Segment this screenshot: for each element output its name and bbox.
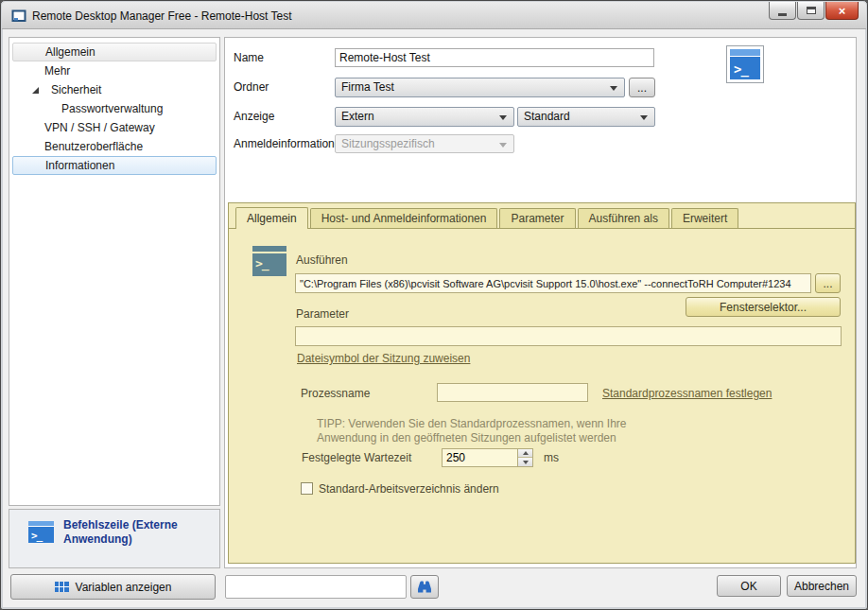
parameter-label: Parameter [296,307,349,321]
terminal-icon: >_ [252,246,286,276]
sidebar-item-vpn-ssh-gateway[interactable]: VPN / SSH / Gateway [12,118,217,137]
dateisymbol-link[interactable]: Dateisymbol der Sitzung zuweisen [297,352,470,365]
session-console-icon: >_ [726,45,764,83]
anmeldeinformationen-label: Anmeldeinformationen [234,137,347,150]
sidebar-item-allgemein[interactable]: Allgemein [12,43,217,61]
spinner-up-button[interactable] [518,449,532,458]
name-input[interactable] [335,48,654,67]
ordner-combobox[interactable]: Firma Test [335,78,625,97]
search-input[interactable] [225,575,407,599]
wartezeit-unit-label: ms [544,451,559,464]
ausfuehren-label: Ausführen [296,253,348,267]
anzeige-label: Anzeige [234,110,274,123]
app-window-icon [11,9,26,26]
tabstrip: Allgemein Host- und Anmeldeinformationen… [229,203,855,229]
wartezeit-label: Festgelegte Wartezeit [302,451,411,464]
ausfuehren-browse-button[interactable]: ... [815,273,841,293]
wartezeit-input[interactable] [443,449,516,466]
close-button[interactable]: × [825,2,859,20]
tab-parameter[interactable]: Parameter [499,208,575,228]
standard-arbeitsverzeichnis-checkbox[interactable] [301,482,313,495]
close-icon: × [839,4,846,18]
tab-host-und-anmeldeinformationen[interactable]: Host- und Anmeldeinformationen [310,208,498,228]
tree-expanded-icon[interactable] [32,87,39,94]
wartezeit-spinner[interactable] [442,448,533,467]
standardprozessnamen-link[interactable]: Standardprozessnamen festlegen [602,387,772,400]
ok-button[interactable]: OK [717,575,781,597]
console-icon: >_ [28,521,54,543]
maximize-button[interactable] [797,2,825,20]
chevron-up-icon [523,448,529,455]
minimize-icon [778,13,787,16]
chevron-down-icon [499,143,507,151]
tab-ausfuehren-als[interactable]: Ausführen als [578,208,669,228]
ausfuehren-input[interactable] [295,273,811,293]
anzeige-combobox[interactable]: Extern [335,107,514,127]
tab-allgemein[interactable]: Allgemein [235,207,308,229]
abbrechen-button[interactable]: Abbrechen [787,575,857,597]
chevron-down-icon [499,115,507,124]
sidebar-item-sicherheit[interactable]: Sicherheit [12,80,217,99]
tab-erweitert[interactable]: Erweitert [671,208,738,228]
session-settings-panel: Allgemein Host- und Anmeldeinformationen… [228,202,856,564]
variablen-anzeigen-button[interactable]: Variablen anzeigen [10,574,216,600]
sidebar-item-informationen[interactable]: Informationen [12,156,217,175]
tipp-text-line2: Anwendung in den geöffneten Sitzungen au… [317,431,616,444]
maximize-icon [807,7,816,14]
name-label: Name [234,51,264,64]
standard-arbeitsverzeichnis-label: Standard-Arbeitsverzeichnis ändern [319,482,499,496]
parameter-input[interactable] [295,326,842,346]
chevron-down-icon [523,461,529,467]
sidebar-item-benutzeroberflaeche[interactable]: Benutzeroberfläche [12,137,217,156]
dialog-window: Remote Desktop Manager Free - Remote-Hos… [0,0,868,610]
ordner-label: Ordner [234,80,269,94]
sidebar-item-passwortverwaltung[interactable]: Passwortverwaltung [12,99,217,118]
chevron-down-icon [640,115,648,124]
titlebar[interactable]: Remote Desktop Manager Free - Remote-Hos… [2,2,866,29]
ordner-browse-button[interactable]: ... [629,78,655,97]
find-button[interactable] [410,575,439,599]
binoculars-icon [416,580,433,594]
prozessname-label: Prozessname [301,387,370,400]
settings-nav: Allgemein Mehr Sicherheit Passwortverwal… [9,37,220,506]
tipp-text-line1: TIPP: Verwenden Sie den Standardprozessn… [317,417,627,430]
minimize-button[interactable] [769,2,796,20]
window-title: Remote Desktop Manager Free - Remote-Hos… [32,9,292,23]
chevron-down-icon [610,86,617,95]
variables-grid-icon [55,582,69,592]
anmeldeinformationen-combobox: Sitzungsspezifisch [335,134,514,153]
session-type-label: Befehlszeile (Externe Anwendung) [63,518,205,547]
prozessname-input[interactable] [437,383,588,402]
anzeige-mode-combobox[interactable]: Standard [517,107,655,127]
fensterselektor-button[interactable]: Fensterselektor... [686,297,841,317]
sidebar-item-mehr[interactable]: Mehr [12,61,217,80]
session-type-box: >_ Befehlszeile (Externe Anwendung) [9,509,220,568]
spinner-down-button[interactable] [518,458,532,466]
